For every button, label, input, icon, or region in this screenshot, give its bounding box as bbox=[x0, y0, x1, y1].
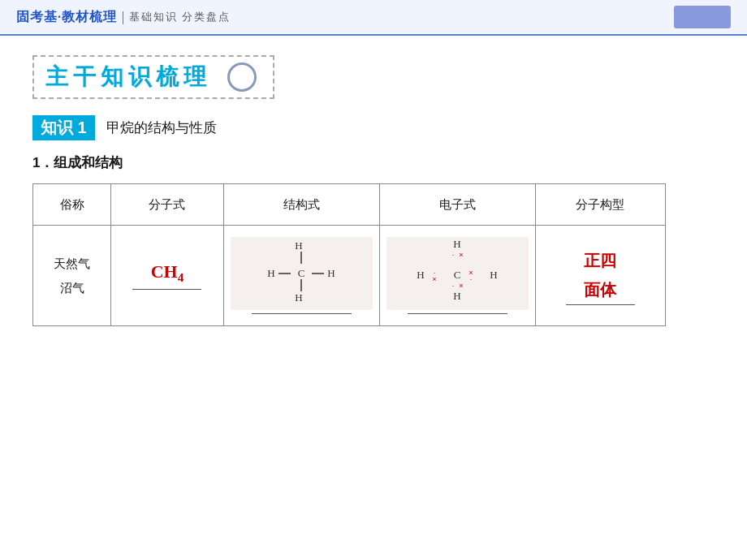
svg-text:C: C bbox=[454, 269, 461, 281]
svg-text:C: C bbox=[298, 267, 305, 279]
svg-text:H: H bbox=[454, 290, 461, 302]
electron-underline bbox=[408, 313, 507, 314]
table-header-row: 俗称 分子式 结构式 电子式 分子构型 bbox=[33, 184, 666, 226]
col-header-formula: 分子式 bbox=[111, 184, 224, 226]
svg-text:H: H bbox=[417, 269, 425, 281]
structural-formula-diagram: H H C H H bbox=[231, 237, 373, 310]
svg-text:·: · bbox=[452, 282, 455, 290]
cell-structural-formula: H H C H H bbox=[223, 226, 379, 326]
cell-molecular-formula: CH4 bbox=[111, 226, 224, 326]
col-header-structure: 结构式 bbox=[223, 184, 379, 226]
structural-svg: H H C H H bbox=[265, 241, 338, 306]
electron-svg: H · × H · × C × bbox=[412, 239, 502, 308]
knowledge-badge: 知识 1 bbox=[32, 115, 95, 140]
common-name-line1: 天然气 bbox=[54, 256, 90, 270]
section-title-text: 主干知识梳理 bbox=[45, 62, 211, 93]
knowledge-description: 甲烷的结构与性质 bbox=[106, 118, 217, 137]
shape-line1: 正四 bbox=[542, 246, 658, 275]
header-accent-block bbox=[674, 6, 731, 28]
shape-underline bbox=[566, 304, 636, 305]
electron-formula-diagram: H · × H · × C × bbox=[386, 237, 529, 310]
formula-underline bbox=[132, 289, 201, 290]
svg-text:H: H bbox=[296, 291, 303, 304]
main-content: 主干知识梳理 知识 1 甲烷的结构与性质 1．组成和结构 俗称 分子式 结构式 … bbox=[0, 36, 747, 342]
svg-text:×: × bbox=[433, 275, 437, 283]
cell-molecular-shape: 正四 面体 bbox=[535, 226, 665, 326]
svg-text:·: · bbox=[470, 275, 473, 283]
col-header-shape: 分子构型 bbox=[535, 184, 665, 226]
table-data-row: 天然气 沼气 CH4 H bbox=[33, 226, 666, 326]
structure-underline bbox=[252, 313, 352, 314]
knowledge-label-row: 知识 1 甲烷的结构与性质 bbox=[32, 115, 715, 140]
svg-text:×: × bbox=[460, 251, 464, 259]
cell-common-name: 天然气 沼气 bbox=[33, 226, 111, 326]
section-title-box: 主干知识梳理 bbox=[32, 55, 274, 99]
svg-text:H: H bbox=[454, 239, 461, 250]
col-header-name: 俗称 bbox=[33, 184, 111, 226]
header-bar: 固考基·教材梳理 | 基础知识 分类盘点 bbox=[0, 0, 747, 36]
header-main-title: 固考基·教材梳理 bbox=[16, 9, 117, 26]
svg-text:H: H bbox=[490, 269, 498, 281]
shape-line2: 面体 bbox=[542, 275, 658, 304]
header-title-highlight: 固考基·教材梳理 bbox=[16, 10, 117, 24]
svg-text:H: H bbox=[328, 267, 335, 279]
svg-text:H: H bbox=[296, 241, 303, 252]
common-name-line2: 沼气 bbox=[60, 281, 84, 295]
section-circle-decoration bbox=[227, 62, 257, 92]
header-sub-title: 基础知识 分类盘点 bbox=[129, 10, 231, 24]
col-header-electron: 电子式 bbox=[379, 184, 535, 226]
chemistry-table: 俗称 分子式 结构式 电子式 分子构型 天然气 沼气 CH4 bbox=[32, 183, 666, 326]
svg-text:×: × bbox=[460, 282, 464, 290]
svg-text:·: · bbox=[452, 251, 455, 259]
sub-section-title: 1．组成和结构 bbox=[32, 153, 715, 172]
cell-electron-formula: H · × H · × C × bbox=[379, 226, 535, 326]
ch4-formula-text: CH4 bbox=[118, 261, 217, 285]
svg-text:H: H bbox=[268, 267, 275, 279]
header-separator: | bbox=[122, 10, 124, 24]
